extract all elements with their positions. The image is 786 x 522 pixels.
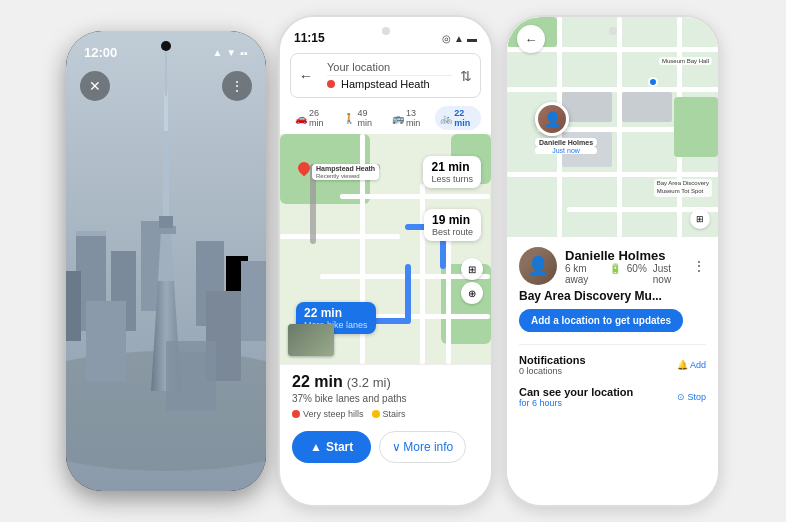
layers-button[interactable]: ⊞: [461, 258, 483, 280]
person-distance: 6 km away: [565, 263, 603, 285]
mode-walk[interactable]: 🚶 49 min: [338, 106, 382, 130]
menu-button[interactable]: ⋮: [222, 71, 252, 101]
transit-icon: 🚌: [392, 113, 404, 124]
mode-transit[interactable]: 🚌 13 min: [387, 106, 431, 130]
can-see-row: Can see your location for 6 hours ⊙ Stop: [519, 383, 706, 411]
road-h2: [280, 234, 400, 239]
phone2-time: 11:15: [294, 31, 325, 45]
p3-road-v2: [617, 17, 622, 237]
less-turns-time: 21 min: [431, 160, 473, 174]
drive-time: 26 min: [309, 108, 329, 128]
building-block2: [622, 92, 672, 122]
swap-button[interactable]: ⇅: [460, 68, 472, 84]
mode-drive[interactable]: 🚗 26 min: [290, 106, 334, 130]
route-map[interactable]: Hampstead HeathRecently viewed 21 min Le…: [280, 134, 491, 364]
back-button[interactable]: ←: [517, 25, 545, 53]
road-v2: [420, 184, 425, 364]
person-time: Just now: [653, 263, 684, 285]
close-button[interactable]: ✕: [80, 71, 110, 101]
person-header: 👤 Danielle Holmes 6 km away 🔋 60% Just n…: [519, 247, 706, 285]
svg-rect-19: [166, 341, 216, 411]
start-button[interactable]: ▲ Start: [292, 431, 371, 463]
phone1-time: 12:00: [84, 45, 117, 60]
start-icon: ▲: [310, 440, 322, 454]
route-summary: 22 min (3.2 mi) 37% bike lanes and paths…: [280, 364, 491, 423]
front-camera: [161, 41, 171, 51]
add-notification-button[interactable]: 🔔 Add: [677, 360, 706, 370]
phone2-screen: 11:15 ◎ ▲ ▬ ← Your location Hampstead He…: [280, 17, 491, 505]
svg-rect-8: [66, 271, 81, 341]
best-route-time: 19 min: [432, 213, 473, 227]
steep-hills-tag: Very steep hills: [292, 409, 364, 419]
can-see-title: Can see your location: [519, 386, 633, 398]
main-route-v1: [405, 264, 411, 324]
route-distance: (3.2 mi): [347, 375, 391, 390]
p3-road-h4: [507, 172, 718, 177]
phone2: 11:15 ◎ ▲ ▬ ← Your location Hampstead He…: [278, 15, 493, 507]
search-container: ← Your location Hampstead Heath ⇅: [290, 53, 481, 98]
transport-modes: 🚗 26 min 🚶 49 min 🚌 13 min 🚲 22 min: [280, 102, 491, 134]
map-layers-button[interactable]: ⊞: [690, 209, 710, 229]
back-arrow-btn[interactable]: ←: [299, 68, 313, 84]
poi-label-museum: Museum Bay Hall: [659, 57, 712, 65]
person-name: Danielle Holmes: [565, 248, 684, 263]
notif-count: 0 locations: [519, 366, 586, 376]
signal-icon: ▲: [212, 47, 222, 58]
phone1-controls: ✕ ⋮: [80, 71, 252, 101]
place-pin-1: [648, 77, 658, 87]
battery-icon: ▪▪: [240, 47, 248, 59]
location-name: Bay Area Discovery Mu...: [519, 289, 706, 303]
person-meta: 6 km away 🔋 60% Just now: [565, 263, 684, 285]
battery-icon: ▬: [467, 33, 477, 44]
battery-pct: 🔋: [609, 263, 621, 285]
walk-icon: 🚶: [343, 113, 355, 124]
phone3-screen: 👤 Danielle Holmes Just now ← ⊞ Museum Ba…: [507, 17, 718, 505]
phone1-screen: 12:00 ▲ ▼ ▪▪ ✕ ⋮: [66, 31, 266, 491]
best-route-box: 19 min Best route: [424, 209, 481, 241]
destination-dot: [327, 80, 335, 88]
add-notif-icon: 🔔: [677, 360, 688, 370]
zoom-button[interactable]: ⊕: [461, 282, 483, 304]
best-route-desc: Best route: [432, 227, 473, 237]
phone2-front-camera: [382, 27, 390, 35]
stop-icon: ⊙: [677, 392, 685, 402]
wifi-icon: ▼: [226, 47, 236, 58]
phone1: 12:00 ▲ ▼ ▪▪ ✕ ⋮: [66, 31, 266, 491]
route-actions: ▲ Start ∨ More info: [280, 423, 491, 471]
from-location[interactable]: Your location: [327, 59, 452, 75]
walk-time: 49 min: [357, 108, 377, 128]
svg-rect-16: [159, 216, 173, 228]
mode-bike[interactable]: 🚲 22 min: [435, 106, 481, 130]
location-map[interactable]: 👤 Danielle Holmes Just now ← ⊞ Museum Ba…: [507, 17, 718, 237]
bike-icon: 🚲: [440, 113, 452, 124]
notifications-row: Notifications 0 locations 🔔 Add: [519, 351, 706, 379]
svg-rect-3: [76, 231, 106, 236]
drive-icon: 🚗: [295, 113, 307, 124]
person-info-panel: 👤 Danielle Holmes 6 km away 🔋 60% Just n…: [507, 237, 718, 505]
person-map-marker: 👤 Danielle Holmes Just now: [535, 102, 597, 154]
svg-rect-17: [86, 301, 126, 381]
notif-title: Notifications: [519, 354, 586, 366]
map-controls: ⊞ ⊕: [461, 258, 483, 304]
person-avatar: 👤: [519, 247, 557, 285]
can-see-sub: for 6 hours: [519, 398, 633, 408]
search-from-row: ← Your location Hampstead Heath ⇅: [291, 54, 480, 97]
more-info-button[interactable]: ∨ More info: [379, 431, 466, 463]
stairs-tag: Stairs: [372, 409, 406, 419]
chevron-down-icon: ∨: [392, 440, 401, 454]
battery-value: 60%: [627, 263, 647, 285]
p3-green2: [674, 97, 718, 157]
street-view-thumbnail[interactable]: [288, 324, 334, 356]
notifications-section: Notifications 0 locations 🔔 Add Can see …: [519, 344, 706, 411]
phone1-status-icons: ▲ ▼ ▪▪: [212, 47, 248, 59]
add-location-button[interactable]: Add a location to get updates: [519, 309, 683, 332]
stop-sharing-button[interactable]: ⊙ Stop: [677, 392, 706, 402]
to-location[interactable]: Hampstead Heath: [341, 78, 430, 90]
options-button[interactable]: ⋮: [692, 258, 706, 274]
less-turns-box: 21 min Less turns: [423, 156, 481, 188]
map-person-time: Just now: [535, 147, 597, 154]
poi-label-discovery: Bay Area DiscoveryMuseum Tot Spot: [654, 179, 712, 197]
phone3: 👤 Danielle Holmes Just now ← ⊞ Museum Ba…: [505, 15, 720, 507]
map-person-name: Danielle Holmes: [539, 139, 593, 146]
more-lanes-time: 22 min: [304, 306, 368, 320]
